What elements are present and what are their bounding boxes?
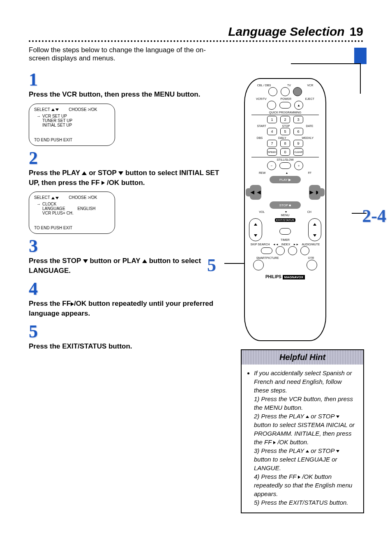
audio-mute-button [300,246,309,255]
button-2: 2 [280,116,290,123]
button-8: 8 [280,140,290,147]
triangle-up-icon [82,171,87,175]
ch-rocker [308,218,321,241]
step-4-number: 4 [29,280,230,298]
step-3-heading: Press the STOP button or PLAY button to … [29,256,226,276]
power-button [279,102,291,108]
step-2-heading: Press the PLAY or STOP button to select … [29,168,226,188]
step-4-heading: Press the FF/OK button repeatedly until … [29,299,226,319]
timer-button [279,228,291,235]
index-next-button [288,246,297,255]
step-1-number: 1 [29,71,230,89]
helpful-hint-box: Helpful Hint If you accidentally select … [241,349,364,513]
hint-p3: 2) Press the PLAY or STOP button to sele… [254,412,357,446]
intro-text: Follow the steps below to change the lan… [29,46,226,62]
minus-button: − [267,161,276,170]
step-1-heading: Press the VCR button, then press the MEN… [29,90,226,99]
rew-button: ◄◄ [250,185,261,200]
triangle-up-icon [306,450,309,452]
button-7: 7 [267,140,277,147]
triangle-right-icon [71,302,74,306]
callout-1-marker [354,48,367,64]
skip-search-button [261,247,272,254]
triangle-up-icon [306,416,309,418]
smartpicture-button [253,260,264,270]
callout-5: 5 [207,255,216,276]
triangle-down-icon [336,416,339,418]
hint-title: Helpful Hint [242,350,363,365]
triangle-down-icon [83,259,88,263]
hint-p1: If you accidentally select Spanish or Fr… [254,369,357,395]
button-1: 1 [267,116,277,123]
exit-status-button: EXIT/STATUS [275,218,295,222]
vcrtv-button [267,101,276,110]
tv-button [281,87,290,96]
index-prev-button [276,246,285,255]
osd-screen-2: SELECT CHOOSE >/OK →CLOCK LANGUAGEENGLIS… [29,192,115,234]
speed-button: SPEED [267,148,277,156]
step-3-number: 3 [29,237,230,255]
still-slow-button [279,162,291,169]
eject-button: ▲ [294,101,303,110]
hint-p4: 3) Press the PLAY or STOP button to sele… [254,446,357,472]
cbl-dbs-button [268,87,277,96]
brand-label: PHILIPS MAGNAVOX [249,275,321,279]
step-5-number: 5 [29,323,230,341]
button-6: 6 [293,128,303,135]
page-number: 19 [350,25,363,39]
page-title: Language Selection [228,25,344,39]
triangle-down-icon [336,450,339,452]
step-5-heading: Press the EXIT/STATUS button. [29,342,226,351]
button-4: 4 [267,128,277,135]
triangle-down-icon [118,171,123,175]
clear-button: CLEAR [293,148,303,156]
button-3: 3 [293,116,303,123]
plus-button: + [294,161,303,170]
hint-p2: 1) Press the VCR button, then press the … [254,395,357,412]
stop-button: STOP ■ [270,201,301,209]
button-0: 0 [280,148,290,156]
hint-p5: 4) Press the FF /OK button repeatedly so… [254,472,357,498]
remote-control-diagram: CBL / DBSTVVCR VCR/TVPOWEREJECT ▲ QUICK … [244,78,326,341]
dotted-divider [29,40,363,42]
triangle-up-icon [142,259,147,263]
otr-button [307,260,317,270]
button-5: 5 [280,128,290,135]
callout-2-4: 2-4 [362,205,386,226]
vcr-button [293,87,302,96]
hint-p6: 5) Press the EXIT/STATUS button. [254,498,357,507]
osd-screen-1: SELECT CHOOSE >/OK →VCR SET UP TUNER SET… [29,104,115,146]
vol-rocker [249,218,262,241]
button-9: 9 [293,140,303,147]
step-2-number: 2 [29,149,230,167]
play-button: PLAY ▶ [270,176,301,183]
